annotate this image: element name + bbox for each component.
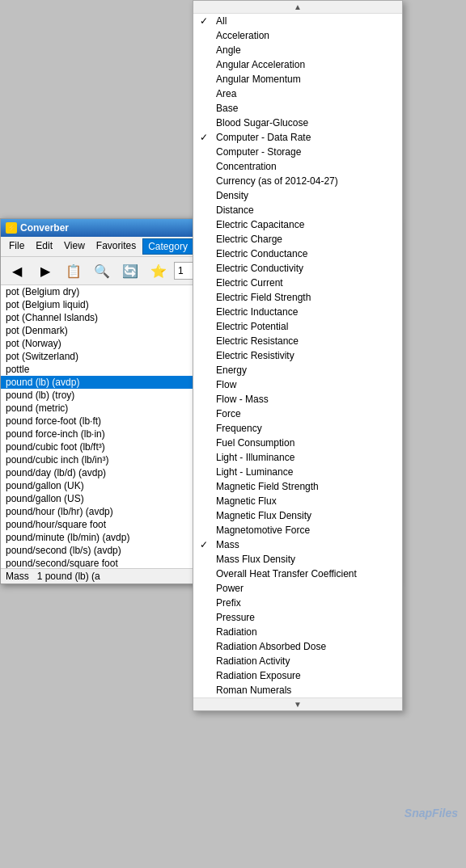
dropdown-item[interactable]: Area <box>193 86 402 101</box>
dropdown-item[interactable]: Prefix <box>193 596 402 610</box>
dropdown-item[interactable]: Magnetic Field Strength <box>193 479 402 494</box>
dropdown-item[interactable]: Magnetic Flux <box>193 494 402 508</box>
dropdown-item[interactable]: Electric Capacitance <box>193 217 402 232</box>
dropdown-item[interactable]: Electric Charge <box>193 232 402 246</box>
file-menu[interactable]: File <box>4 238 29 255</box>
category-dropdown[interactable]: ▲ ✓AllAccelerationAngleAngular Accelerat… <box>193 0 403 711</box>
dropdown-item[interactable]: Overall Heat Transfer Coefficient <box>193 567 402 581</box>
dropdown-item[interactable]: Distance <box>193 203 402 217</box>
dropdown-item[interactable]: Electric Field Strength <box>193 290 402 305</box>
dropdown-item[interactable]: Magnetic Flux Density <box>193 508 402 523</box>
dropdown-item[interactable]: Light - Luminance <box>193 465 402 479</box>
dropdown-item[interactable]: Acceleration <box>193 28 402 43</box>
status-value: 1 pound (lb) (a <box>37 571 100 582</box>
watermark: SnapFiles <box>405 807 458 820</box>
dropdown-item[interactable]: Concentration <box>193 159 402 174</box>
dropdown-item[interactable]: ✓Mass <box>193 537 402 552</box>
copy-btn[interactable]: 📋 <box>61 259 87 282</box>
dropdown-item[interactable]: Pressure <box>193 610 402 625</box>
forward-btn[interactable]: ▶ <box>32 259 58 282</box>
dropdown-item[interactable]: Electric Potential <box>193 319 402 334</box>
dropdown-item[interactable]: Angular Momentum <box>193 72 402 86</box>
favorites-btn[interactable]: ⭐ <box>146 259 172 282</box>
dropdown-item[interactable]: Flow - Mass <box>193 392 402 407</box>
dropdown-item[interactable]: Radiation Exposure <box>193 668 402 683</box>
dropdown-item[interactable]: Base <box>193 101 402 116</box>
dropdown-item[interactable]: Roman Numerals <box>193 683 402 697</box>
dropdown-item[interactable]: ✓All <box>193 14 402 28</box>
dropdown-item[interactable]: Angular Acceleration <box>193 57 402 72</box>
dropdown-item[interactable]: Angle <box>193 43 402 57</box>
view-menu[interactable]: View <box>59 238 90 255</box>
dropdown-item[interactable]: Radiation <box>193 625 402 639</box>
scroll-up-btn[interactable]: ▲ <box>193 1 402 14</box>
search-btn[interactable]: 🔍 <box>89 259 115 282</box>
app-icon: ⚡ <box>6 222 17 234</box>
dropdown-item[interactable]: Light - Illuminance <box>193 450 402 465</box>
dropdown-item[interactable]: Flow <box>193 377 402 392</box>
favorites-menu[interactable]: Favorites <box>91 238 141 255</box>
dropdown-item[interactable]: Force <box>193 407 402 421</box>
refresh-btn[interactable]: 🔄 <box>117 259 143 282</box>
dropdown-item[interactable]: Electric Resistance <box>193 334 402 348</box>
dropdown-item[interactable]: Electric Conductance <box>193 246 402 261</box>
dropdown-item[interactable]: Electric Inductance <box>193 305 402 319</box>
dropdown-item[interactable]: Electric Current <box>193 276 402 290</box>
dropdown-item[interactable]: Electric Resistivity <box>193 348 402 363</box>
dropdown-item[interactable]: ✓Computer - Data Rate <box>193 130 402 145</box>
dropdown-item[interactable]: Energy <box>193 363 402 377</box>
status-category: Mass <box>6 571 29 582</box>
dropdown-item[interactable]: Electric Conductivity <box>193 261 402 276</box>
dropdown-item[interactable]: Density <box>193 188 402 203</box>
dropdown-item[interactable]: Computer - Storage <box>193 145 402 159</box>
dropdown-item[interactable]: Currency (as of 2012-04-27) <box>193 174 402 188</box>
dropdown-item[interactable]: Mass Flux Density <box>193 552 402 567</box>
edit-menu[interactable]: Edit <box>31 238 57 255</box>
dropdown-item[interactable]: Fuel Consumption <box>193 436 402 450</box>
dropdown-item[interactable]: Frequency <box>193 421 402 436</box>
title-bar-left: ⚡ Converber <box>6 222 69 234</box>
category-menu[interactable]: Category <box>142 238 193 255</box>
app-title: Converber <box>20 222 69 234</box>
dropdown-item[interactable]: Radiation Absorbed Dose <box>193 639 402 654</box>
dropdown-item[interactable]: Blood Sugar-Glucose <box>193 116 402 130</box>
dropdown-item[interactable]: Magnetomotive Force <box>193 523 402 537</box>
scroll-down-btn[interactable]: ▼ <box>193 697 402 710</box>
back-btn[interactable]: ◀ <box>4 259 30 282</box>
dropdown-item[interactable]: Power <box>193 581 402 596</box>
dropdown-item[interactable]: Radiation Activity <box>193 654 402 668</box>
